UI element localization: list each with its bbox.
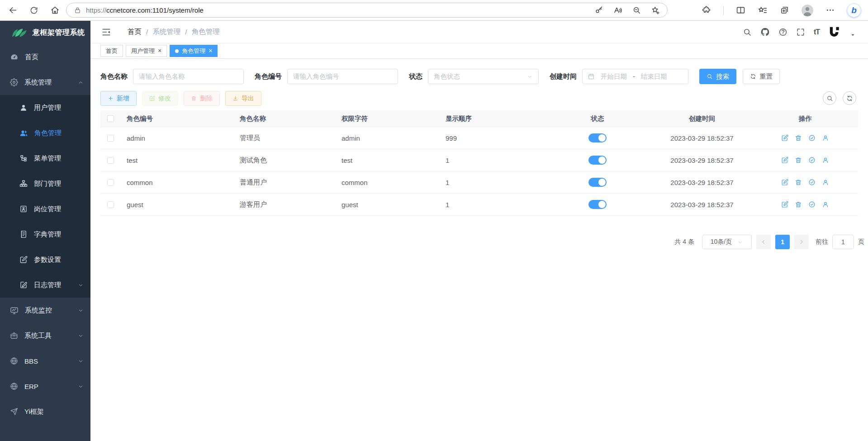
sidebar-item-dict-mgmt[interactable]: 字典管理: [0, 222, 90, 247]
help-icon[interactable]: [778, 28, 787, 37]
split-screen-icon[interactable]: [736, 5, 745, 15]
row-edit-icon[interactable]: [781, 201, 788, 208]
reset-button[interactable]: 重置: [743, 69, 780, 84]
row-delete-icon[interactable]: [795, 134, 802, 142]
password-key-icon[interactable]: [595, 6, 603, 14]
row-assign-user-icon[interactable]: [822, 156, 829, 164]
browser-essentials-icon[interactable]: [702, 5, 711, 15]
github-icon[interactable]: [760, 27, 770, 37]
add-button[interactable]: 新增: [100, 91, 137, 106]
export-button[interactable]: 导出: [225, 91, 261, 106]
row-data-scope-icon[interactable]: [808, 134, 816, 142]
sidebar-item-system-tools[interactable]: 系统工具: [0, 323, 90, 348]
row-delete-icon[interactable]: [795, 156, 802, 164]
edit-button[interactable]: 修改: [142, 91, 178, 106]
sidebar-item-param-settings[interactable]: 参数设置: [0, 247, 90, 272]
status-select[interactable]: 角色状态: [428, 69, 539, 84]
lock-icon[interactable]: [74, 6, 81, 14]
row-checkbox[interactable]: [107, 135, 114, 142]
role-name-input[interactable]: [133, 69, 244, 84]
date-range-picker[interactable]: 开始日期 - 结束日期: [582, 69, 688, 84]
row-checkbox[interactable]: [107, 201, 114, 208]
breadcrumb-system[interactable]: 系统管理: [152, 27, 180, 37]
order-cell: 999: [439, 134, 543, 142]
close-icon[interactable]: ×: [209, 47, 212, 54]
sidebar-item-label: 系统工具: [24, 332, 52, 340]
refresh-table-button[interactable]: [843, 91, 856, 105]
search-button[interactable]: 搜索: [699, 69, 736, 84]
status-toggle[interactable]: [588, 156, 607, 165]
app-logo[interactable]: 意框架管理系统: [0, 21, 90, 44]
breadcrumb-home[interactable]: 首页: [128, 27, 142, 37]
chevron-down-icon: [78, 282, 84, 288]
address-bar[interactable]: https://ccnetcore.com:1101/system/role: [66, 3, 668, 18]
collections-icon[interactable]: [780, 5, 789, 15]
row-edit-icon[interactable]: [781, 179, 788, 186]
sidebar-item-erp[interactable]: ERP: [0, 374, 90, 399]
row-data-scope-icon[interactable]: [808, 201, 816, 208]
search-icon: [707, 73, 713, 80]
row-data-scope-icon[interactable]: [808, 179, 816, 186]
row-checkbox[interactable]: [107, 157, 114, 164]
sidebar-item-dept-mgmt[interactable]: 部门管理: [0, 171, 90, 196]
sidebar-item-user-mgmt[interactable]: 用户管理: [0, 95, 90, 120]
sidebar-item-menu-mgmt[interactable]: 菜单管理: [0, 146, 90, 171]
tab-role-mgmt[interactable]: 角色管理 ×: [170, 45, 218, 57]
status-toggle[interactable]: [588, 133, 607, 142]
home-icon[interactable]: [50, 5, 60, 15]
role-code-input[interactable]: [287, 69, 398, 84]
sidebar-item-role-mgmt[interactable]: 角色管理: [0, 120, 90, 146]
user-logo-icon[interactable]: [828, 25, 842, 39]
add-favorite-icon[interactable]: [651, 6, 660, 15]
sidebar-item-home[interactable]: 首页: [0, 44, 90, 70]
page-size-select[interactable]: 10条/页: [702, 235, 752, 249]
back-icon[interactable]: [8, 5, 18, 15]
close-icon[interactable]: ×: [158, 47, 161, 54]
sidebar-toggle-icon[interactable]: [101, 27, 111, 37]
read-aloud-icon[interactable]: [613, 6, 622, 15]
chevron-up-icon: [78, 80, 84, 85]
tab-home[interactable]: 首页: [100, 45, 123, 57]
delete-button[interactable]: 删除: [184, 91, 220, 106]
font-size-icon[interactable]: tT: [814, 28, 820, 36]
row-assign-user-icon[interactable]: [822, 134, 829, 142]
row-assign-user-icon[interactable]: [822, 201, 829, 208]
row-checkbox[interactable]: [107, 179, 114, 186]
page-1-button[interactable]: 1: [775, 235, 790, 249]
favorites-icon[interactable]: [758, 5, 768, 15]
fullscreen-icon[interactable]: [796, 28, 805, 37]
goto-page-input[interactable]: [832, 235, 854, 249]
status-toggle[interactable]: [588, 178, 607, 187]
row-edit-icon[interactable]: [781, 134, 788, 142]
sidebar-item-post-mgmt[interactable]: 岗位管理: [0, 196, 90, 222]
row-delete-icon[interactable]: [795, 179, 802, 186]
prev-page-button[interactable]: [756, 235, 771, 249]
row-delete-icon[interactable]: [795, 201, 802, 208]
row-data-scope-icon[interactable]: [808, 156, 816, 164]
sidebar-item-bbs[interactable]: BBS: [0, 348, 90, 374]
zoom-out-icon[interactable]: [632, 6, 641, 14]
created-cell: 2023-03-29 18:52:37: [652, 179, 752, 186]
search-icon[interactable]: [743, 28, 752, 37]
url-text[interactable]: https://ccnetcore.com:1101/system/role: [86, 6, 204, 14]
calendar-icon: [588, 73, 595, 80]
app-title: 意框架管理系统: [33, 28, 85, 38]
sidebar-item-system-monitor[interactable]: 系统监控: [0, 298, 90, 323]
sidebar-item-system-mgmt[interactable]: 系统管理: [0, 70, 90, 95]
profile-avatar[interactable]: [802, 5, 813, 16]
tab-user-mgmt[interactable]: 用户管理 ×: [126, 45, 167, 57]
sidebar-item-log-mgmt[interactable]: 日志管理: [0, 272, 90, 298]
search-toggle-button[interactable]: [823, 91, 836, 105]
sidebar-item-yi-framework[interactable]: Yi框架: [0, 399, 90, 424]
next-page-button[interactable]: [794, 235, 809, 249]
settings-more-icon[interactable]: [825, 5, 835, 15]
row-assign-user-icon[interactable]: [822, 179, 829, 186]
reload-icon[interactable]: [29, 6, 38, 15]
breadcrumb-separator: /: [146, 28, 148, 36]
status-toggle[interactable]: [588, 200, 607, 209]
select-all-checkbox[interactable]: [107, 115, 114, 122]
row-edit-icon[interactable]: [781, 156, 788, 164]
role-code-cell: guest: [120, 201, 233, 209]
dropdown-caret-icon[interactable]: [850, 33, 855, 38]
bing-chat-icon[interactable]: b: [847, 4, 861, 17]
